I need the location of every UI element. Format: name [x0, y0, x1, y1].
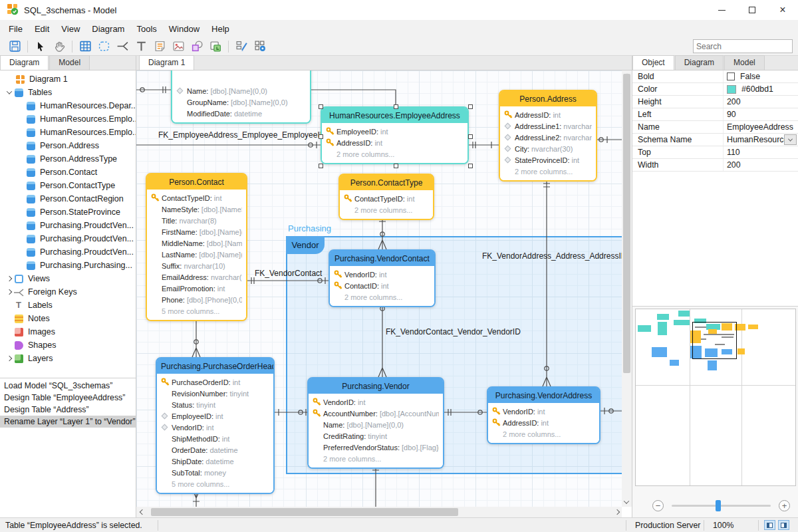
- zoom-in-button[interactable]: +: [779, 500, 790, 511]
- er-table-vendor-contact[interactable]: Purchasing.VendorContactVendorID:intCont…: [329, 249, 436, 307]
- chevron-down-icon[interactable]: [4, 90, 15, 94]
- column-row[interactable]: Name:[dbo].[Name](0,0): [176, 85, 306, 96]
- tree-item-person-contact[interactable]: Person.Contact: [0, 166, 136, 179]
- model-conversion-icon[interactable]: [251, 39, 269, 55]
- chevron-right-icon[interactable]: [4, 290, 15, 294]
- column-row[interactable]: VendorID:int: [161, 422, 269, 433]
- column-row[interactable]: City:nvarchar(30): [504, 143, 592, 154]
- prop-value[interactable]: #60dbd1: [724, 83, 798, 95]
- menu-window[interactable]: Window: [163, 21, 205, 37]
- column-row[interactable]: EmployeeID:int: [326, 126, 464, 137]
- column-row[interactable]: EmailPromotion:int: [151, 283, 242, 294]
- column-row[interactable]: AddressLine1:nvarchar(...: [504, 120, 592, 132]
- new-image-icon[interactable]: [169, 39, 188, 55]
- tree-item-images[interactable]: Images: [0, 325, 136, 338]
- column-row[interactable]: SubTotal:money: [161, 467, 269, 478]
- table-header[interactable]: Purchasing.Vendor: [309, 378, 443, 394]
- tree-item-person-address[interactable]: Person.Address: [0, 139, 136, 152]
- overview-minimap[interactable]: [635, 309, 796, 486]
- column-row[interactable]: ModifiedDate:datetime: [176, 108, 306, 119]
- selection-handle[interactable]: [319, 104, 323, 109]
- close-button[interactable]: ×: [767, 0, 798, 20]
- tree-item-diagram-1[interactable]: Diagram 1: [0, 72, 136, 86]
- column-row[interactable]: Suffix:nvarchar(10): [151, 260, 242, 271]
- save-icon[interactable]: [5, 39, 24, 55]
- zoom-level[interactable]: 100%: [713, 521, 733, 530]
- hscroll-thumb[interactable]: [151, 508, 458, 516]
- table-header[interactable]: Purchasing.VendorContact: [330, 251, 434, 266]
- more-columns-label[interactable]: 2 more columns...: [492, 428, 595, 440]
- table-header[interactable]: Purchasing.PurchaseOrderHeader: [157, 358, 273, 374]
- er-table-person-contact[interactable]: Person.ContactContactTypeID:intNameStyle…: [146, 173, 247, 321]
- new-shape-icon[interactable]: [188, 39, 206, 55]
- tab-diagram-1[interactable]: Diagram 1: [139, 55, 194, 70]
- er-table-employee-address[interactable]: HumanResources.EmployeeAddressEmployeeID…: [321, 106, 469, 164]
- search-input[interactable]: [694, 42, 798, 51]
- menu-help[interactable]: Help: [205, 21, 235, 37]
- tree-item-person-stateprovince[interactable]: Person.StateProvince: [0, 205, 136, 219]
- chevron-right-icon[interactable]: [4, 356, 15, 360]
- column-row[interactable]: ShipDate:datetime: [161, 456, 269, 467]
- table-designer-icon[interactable]: [232, 39, 251, 55]
- selection-handle[interactable]: [468, 134, 473, 139]
- prop-value[interactable]: 200: [724, 159, 798, 171]
- history-item[interactable]: Design Table “EmployeeAddress”: [0, 392, 136, 404]
- minimize-button[interactable]: [706, 0, 737, 20]
- selection-handle[interactable]: [468, 104, 473, 109]
- column-row[interactable]: Status:tinyint: [161, 399, 269, 410]
- column-row[interactable]: PurchaseOrderID:int: [161, 376, 269, 388]
- menu-edit[interactable]: Edit: [29, 21, 55, 37]
- column-row[interactable]: Phone:[dbo].[Phone](0,0): [151, 294, 242, 305]
- column-row[interactable]: VendorID:int: [313, 396, 439, 408]
- more-columns-label[interactable]: 2 more columns...: [326, 148, 464, 160]
- er-table-vendor-address[interactable]: Purchasing.VendorAddressVendorID:intAddr…: [487, 386, 600, 444]
- tree-item-humanresources-emplo[interactable]: HumanResources.Emplo...: [0, 112, 136, 126]
- horizontal-scrollbar[interactable]: [136, 507, 622, 517]
- more-columns-label[interactable]: 2 more columns...: [313, 453, 439, 464]
- prop-value[interactable]: 90: [724, 108, 798, 120]
- zoom-slider-handle[interactable]: [716, 500, 721, 511]
- prop-value[interactable]: 200: [724, 96, 798, 108]
- er-table-purchase-order-header[interactable]: Purchasing.PurchaseOrderHeaderPurchaseOr…: [156, 357, 275, 494]
- column-row[interactable]: OrderDate:datetime: [161, 444, 269, 456]
- column-row[interactable]: AccountNumber:[dbo].[AccountNumber]...: [313, 408, 439, 419]
- tree-item-views[interactable]: Views: [0, 272, 136, 285]
- vscroll-thumb[interactable]: [623, 74, 630, 373]
- selection-handle[interactable]: [319, 164, 323, 168]
- tab-model[interactable]: Model: [724, 55, 765, 70]
- selection-handle[interactable]: [394, 104, 398, 109]
- zoom-slider[interactable]: [672, 505, 771, 507]
- column-row[interactable]: EmployeeID:int: [161, 410, 269, 422]
- column-row[interactable]: AddressLine2:nvarchar(...: [504, 132, 592, 143]
- tree-item-shapes[interactable]: Shapes: [0, 338, 136, 352]
- tree-item-tables[interactable]: Tables: [0, 86, 136, 99]
- column-row[interactable]: Name:[dbo].[Name](0,0): [313, 419, 439, 430]
- column-row[interactable]: LastName:[dbo].[Name](0...: [151, 249, 242, 260]
- new-view-icon[interactable]: [94, 39, 113, 55]
- table-header[interactable]: Purchasing.VendorAddress: [488, 388, 599, 403]
- column-row[interactable]: AddressID:int: [492, 417, 595, 428]
- column-row[interactable]: ContactTypeID:int: [344, 193, 429, 204]
- more-columns-label[interactable]: 2 more columns...: [344, 204, 429, 215]
- tree-item-purchasing-proudctven[interactable]: Purchasing.ProudctVen...: [0, 232, 136, 245]
- new-table-icon[interactable]: [76, 39, 94, 55]
- tree-item-purchasing-purchasing[interactable]: Purchasing.Purchasing...: [0, 259, 136, 272]
- layer-vendor-tab[interactable]: Vendor: [286, 236, 325, 254]
- vertical-scrollbar[interactable]: [622, 70, 632, 507]
- er-table-vendor[interactable]: Purchasing.VendorVendorID:intAccountNumb…: [307, 377, 444, 469]
- column-row[interactable]: VendorID:int: [492, 406, 595, 417]
- new-label-icon[interactable]: [132, 39, 150, 55]
- zoom-out-button[interactable]: −: [652, 500, 664, 511]
- table-header[interactable]: Person.Contact: [147, 174, 246, 190]
- column-row[interactable]: RevisionNumber:tinyint: [161, 388, 269, 399]
- selection-handle[interactable]: [394, 164, 398, 168]
- tab-diagram[interactable]: Diagram: [0, 55, 49, 70]
- tree-item-notes[interactable]: Notes: [0, 312, 136, 325]
- tab-diagram[interactable]: Diagram: [675, 55, 724, 70]
- new-layer-icon[interactable]: [206, 39, 225, 55]
- tree-item-humanresources-emplo[interactable]: HumanResources.Emplo...: [0, 126, 136, 139]
- selection-handle[interactable]: [319, 134, 323, 139]
- column-row[interactable]: CreditRating:tinyint: [313, 430, 439, 442]
- prop-value[interactable]: 110: [724, 146, 798, 158]
- tree-item-person-contactregion[interactable]: Person.ContactRegion: [0, 192, 136, 205]
